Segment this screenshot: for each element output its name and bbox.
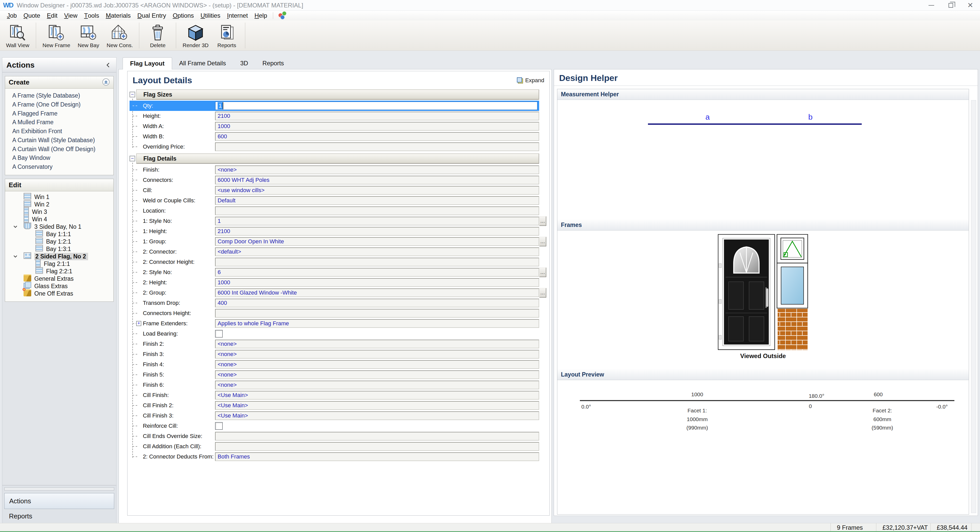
tree-item[interactable]: Win 2 (5, 201, 113, 208)
create-action-item[interactable]: An Exhibition Front (5, 127, 113, 136)
text-field[interactable]: <none> (215, 370, 539, 379)
group-title-flag-sizes[interactable]: Flag Sizes (136, 89, 539, 100)
collapse-sidebar-button[interactable] (105, 61, 112, 69)
text-field[interactable]: <none> (215, 340, 539, 348)
frames-preview[interactable]: Viewed Outside (557, 231, 969, 370)
tab[interactable]: All Frame Details (172, 57, 233, 69)
text-field[interactable] (215, 309, 539, 318)
checkbox[interactable] (215, 422, 223, 430)
text-field[interactable] (215, 432, 539, 441)
text-field[interactable]: 1000 (215, 278, 539, 287)
text-field[interactable]: <none> (215, 166, 539, 174)
ellipsis-button[interactable]: ... (539, 268, 546, 277)
tree-item[interactable]: Bay 1:2:1 (5, 238, 113, 245)
text-field[interactable]: Comp Door Open In White (215, 237, 539, 246)
menu-item[interactable]: Options (169, 11, 197, 21)
menu-item[interactable]: View (60, 11, 81, 21)
menu-item[interactable]: Job (3, 11, 20, 21)
menu-item[interactable]: Help (251, 11, 270, 21)
collapse-create-button[interactable] (102, 78, 110, 87)
menu-item[interactable]: Internet (224, 11, 251, 21)
tree-item[interactable]: General Extras (5, 275, 113, 282)
create-action-item[interactable]: A Bay Window (5, 153, 113, 162)
create-action-item[interactable]: A Flagged Frame (5, 109, 113, 118)
text-field[interactable] (215, 258, 539, 266)
text-field[interactable]: Default (215, 196, 539, 205)
text-field[interactable]: <Use Main> (215, 401, 539, 410)
menu-item[interactable]: Utilities (197, 11, 223, 21)
text-field[interactable]: 2100 (215, 227, 539, 236)
text-field[interactable]: 6000 WHT Adj Poles (215, 176, 539, 185)
text-field[interactable]: <none> (215, 381, 539, 389)
tree-item[interactable]: 2 Sided Flag, No 2 (5, 253, 113, 260)
ellipsis-button[interactable]: ... (539, 237, 546, 247)
text-field[interactable]: <use window cills> (215, 186, 539, 195)
text-field[interactable]: 1000 (215, 122, 539, 131)
expander-plus-icon[interactable]: + (136, 321, 141, 326)
menu-item[interactable]: Materials (102, 11, 134, 21)
restore-button[interactable] (941, 0, 961, 11)
new-bay-button[interactable]: New Bay (73, 21, 104, 51)
group-title-flag-details[interactable]: Flag Details (136, 153, 539, 164)
render-3d-button[interactable]: Render 3D (180, 21, 212, 51)
checkbox[interactable] (215, 330, 223, 338)
text-field[interactable]: 6000 Int Glazed Window -White (215, 288, 539, 297)
balloons-icon[interactable] (278, 11, 287, 20)
menu-item[interactable]: Tools (81, 11, 103, 21)
text-field[interactable]: Applies to whole Flag Frame (215, 319, 539, 328)
new-conservatory-button[interactable]: New Cons. (104, 21, 136, 51)
collapse-group-icon[interactable]: − (130, 156, 135, 161)
ellipsis-button[interactable]: ... (539, 216, 546, 226)
text-field[interactable]: 1 (215, 217, 539, 225)
close-button[interactable]: ✕ (961, 0, 980, 11)
nav-reports-button[interactable]: Reports (4, 509, 114, 523)
tree-item[interactable]: Bay 1:1:1 (5, 231, 113, 238)
tab[interactable]: Flag Layout (123, 57, 172, 69)
text-field[interactable]: 1 (215, 102, 538, 110)
new-frame-button[interactable]: New Frame (40, 21, 73, 51)
tab[interactable]: 3D (233, 57, 255, 69)
ellipsis-button[interactable]: ... (539, 288, 546, 298)
menu-item[interactable]: Dual Entry (134, 11, 169, 21)
sidebar-splitter[interactable] (4, 487, 114, 491)
text-field[interactable] (215, 142, 539, 151)
create-action-item[interactable]: A Frame (Style Database) (5, 91, 113, 100)
create-action-item[interactable]: A Conservatory (5, 162, 113, 171)
chevron-down-icon[interactable] (12, 224, 18, 231)
text-field[interactable]: 6 (215, 268, 539, 277)
text-field[interactable]: 600 (215, 132, 539, 141)
text-field[interactable]: Both Frames (215, 452, 539, 461)
menu-item[interactable]: Edit (43, 11, 60, 21)
resize-grip[interactable] (971, 523, 980, 532)
text-field[interactable]: <default> (215, 247, 539, 256)
menu-item[interactable]: Quote (20, 11, 43, 21)
create-action-item[interactable]: A Curtain Wall (Style Database) (5, 136, 113, 145)
tree-item[interactable]: Bay 1:3:1 (5, 245, 113, 253)
text-field[interactable]: <none> (215, 360, 539, 369)
delete-button[interactable]: Delete (143, 21, 173, 51)
tree-item[interactable]: Flag 2:1:1 (5, 260, 113, 268)
vertical-scrollbar[interactable] (971, 100, 976, 513)
text-field[interactable]: 2100 (215, 111, 539, 120)
text-field[interactable]: 400 (215, 299, 539, 307)
create-action-item[interactable]: A Frame (One Off Design) (5, 100, 113, 109)
reports-button[interactable]: Reports (212, 21, 242, 51)
layout-preview-canvas[interactable]: 1000 180.0° 600 0.0° 0 -0.0° Facet 1: 10… (557, 380, 969, 514)
tree-item[interactable]: One Off Extras (5, 290, 113, 297)
text-field[interactable]: <Use Main> (215, 391, 539, 400)
text-field[interactable]: <Use Main> (215, 411, 539, 420)
chevron-down-icon[interactable] (12, 253, 18, 261)
collapse-group-icon[interactable]: − (130, 92, 135, 97)
tree-item[interactable]: Glass Extras (5, 282, 113, 290)
tree-item[interactable]: Flag 2:2:1 (5, 268, 113, 275)
text-field[interactable] (215, 207, 539, 215)
tree-item[interactable]: Win 3 (5, 208, 113, 216)
tree-item[interactable]: Win 1 (5, 193, 113, 201)
minimize-button[interactable] (922, 0, 941, 11)
expand-button[interactable]: Expand (517, 77, 544, 84)
create-action-item[interactable]: A Mulled Frame (5, 118, 113, 127)
text-field[interactable] (215, 442, 539, 451)
tree-item[interactable]: 3 Sided Bay, No 1 (5, 223, 113, 231)
tree-item[interactable]: Win 4 (5, 216, 113, 223)
measurement-helper-canvas[interactable]: a b (557, 100, 969, 220)
